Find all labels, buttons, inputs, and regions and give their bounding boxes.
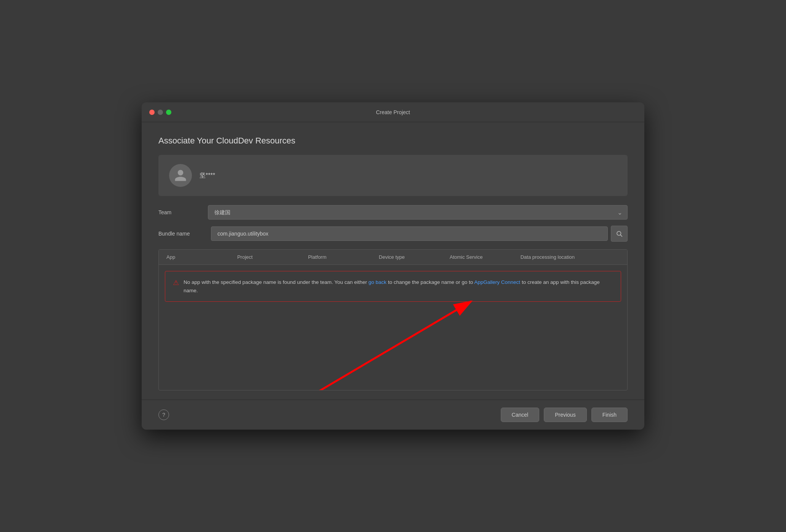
help-button[interactable]: ? (158, 409, 169, 420)
table-body: ⚠ No app with the specified package name… (159, 271, 627, 347)
window-title: Create Project (376, 109, 410, 115)
col-device-type: Device type (379, 254, 450, 260)
svg-line-1 (620, 235, 622, 236)
bundle-row: Bundle name (158, 226, 628, 242)
finish-button[interactable]: Finish (591, 408, 628, 422)
cancel-button[interactable]: Cancel (501, 408, 540, 422)
team-label: Team (158, 209, 208, 215)
team-select[interactable]: 徐建国 (208, 205, 628, 220)
col-atomic-service: Atomic Service (450, 254, 521, 260)
error-message: No app with the specified package name i… (184, 278, 613, 295)
user-card: 坚**** (158, 155, 628, 196)
main-window: Create Project Associate Your CloudDev R… (142, 102, 644, 430)
go-back-link[interactable]: go back (369, 279, 387, 285)
error-text-before: No app with the specified package name i… (184, 279, 369, 285)
svg-line-3 (304, 301, 471, 390)
main-content: Associate Your CloudDev Resources 坚**** … (142, 122, 644, 400)
minimize-button[interactable] (158, 110, 163, 115)
username: 坚**** (200, 172, 215, 180)
previous-button[interactable]: Previous (544, 408, 586, 422)
user-icon (174, 169, 187, 182)
error-icon: ⚠ (173, 279, 179, 287)
bundle-label: Bundle name (158, 231, 208, 237)
maximize-button[interactable] (166, 110, 171, 115)
table-header: App Project Platform Device type Atomic … (159, 250, 627, 265)
titlebar: Create Project (142, 102, 644, 122)
help-icon-label: ? (162, 412, 165, 418)
col-platform: Platform (308, 254, 379, 260)
search-button[interactable] (611, 226, 628, 242)
avatar (169, 164, 192, 187)
error-text-middle: to change the package name or go to (387, 279, 474, 285)
footer: ? Cancel Previous Finish (142, 400, 644, 430)
bundle-input[interactable] (211, 226, 608, 241)
error-box: ⚠ No app with the specified package name… (165, 271, 621, 302)
page-title: Associate Your CloudDev Resources (158, 136, 628, 146)
appgallery-connect-link[interactable]: AppGallery Connect (474, 279, 520, 285)
search-icon (616, 230, 623, 237)
close-button[interactable] (149, 110, 155, 115)
col-data-processing: Data processing location (521, 254, 620, 260)
footer-buttons: Cancel Previous Finish (501, 408, 628, 422)
team-row: Team 徐建国 ⌄ (158, 205, 628, 220)
traffic-lights (149, 110, 171, 115)
col-app: App (166, 254, 237, 260)
table-container: App Project Platform Device type Atomic … (158, 249, 628, 390)
col-project: Project (237, 254, 308, 260)
team-select-wrapper: 徐建国 ⌄ (208, 205, 628, 220)
